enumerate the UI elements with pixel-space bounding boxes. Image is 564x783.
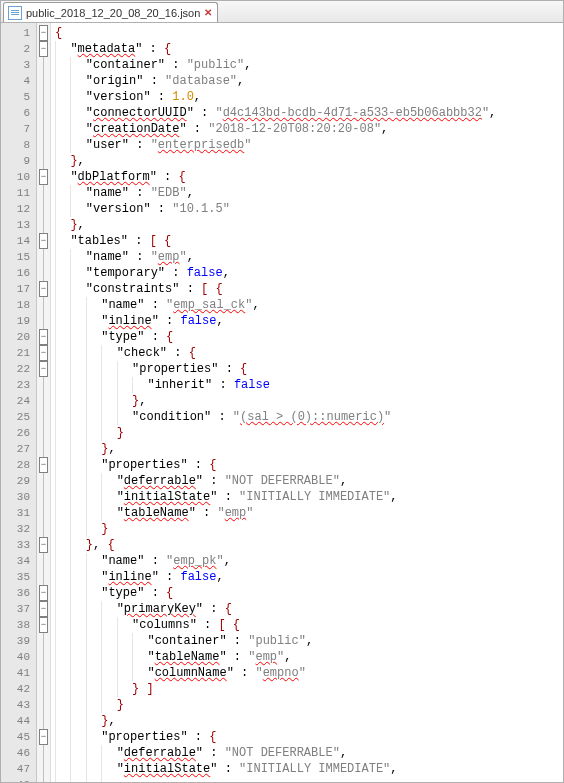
fold-guide	[43, 249, 44, 265]
code-line: "primaryKey" : {	[55, 601, 563, 617]
code-line: "origin" : "database",	[55, 73, 563, 89]
line-number: 25	[1, 409, 30, 425]
code-line: "tables" : [ {	[55, 233, 563, 249]
code-line: "inline" : false,	[55, 569, 563, 585]
fold-guide	[43, 681, 44, 697]
fold-toggle[interactable]: −	[39, 41, 48, 57]
code-line: "condition" : "(sal > (0)::numeric)"	[55, 409, 563, 425]
line-number: 12	[1, 201, 30, 217]
line-number: 35	[1, 569, 30, 585]
line-number: 4	[1, 73, 30, 89]
line-number: 3	[1, 57, 30, 73]
line-number: 43	[1, 697, 30, 713]
code-line: "dbPlatform" : {	[55, 169, 563, 185]
close-icon[interactable]: ✕	[204, 7, 212, 18]
fold-guide	[43, 409, 44, 425]
code-line: },	[55, 441, 563, 457]
code-line: }	[55, 521, 563, 537]
line-number: 40	[1, 649, 30, 665]
fold-guide	[43, 441, 44, 457]
line-number: 17	[1, 281, 30, 297]
line-number: 10	[1, 169, 30, 185]
code-line: "properties" : {	[55, 361, 563, 377]
tab-filename: public_2018_12_20_08_20_16.json	[26, 7, 200, 19]
line-number: 21	[1, 345, 30, 361]
fold-guide	[43, 217, 44, 233]
code-line: "version" : "10.1.5"	[55, 201, 563, 217]
code-line: "version" : 1.0,	[55, 89, 563, 105]
tab-bar: public_2018_12_20_08_20_16.json ✕	[1, 1, 563, 23]
line-number: 38	[1, 617, 30, 633]
fold-toggle[interactable]: −	[39, 537, 48, 553]
code-line: "name" : "emp_pk",	[55, 553, 563, 569]
code-area[interactable]: { "metadata" : { "container" : "public",…	[51, 23, 563, 782]
line-number: 47	[1, 761, 30, 777]
line-number: 16	[1, 265, 30, 281]
code-line: "inherit" : false	[55, 377, 563, 393]
line-number: 5	[1, 89, 30, 105]
code-line	[55, 777, 563, 783]
code-line: {	[55, 25, 563, 41]
fold-toggle[interactable]: −	[39, 729, 48, 745]
file-tab[interactable]: public_2018_12_20_08_20_16.json ✕	[3, 2, 218, 22]
fold-toggle[interactable]: −	[39, 329, 48, 345]
code-line: "metadata" : {	[55, 41, 563, 57]
line-number: 20	[1, 329, 30, 345]
code-line: },	[55, 153, 563, 169]
code-line: "name" : "emp_sal_ck",	[55, 297, 563, 313]
fold-toggle[interactable]: −	[39, 361, 48, 377]
fold-toggle[interactable]: −	[39, 457, 48, 473]
code-line: "tableName" : "emp"	[55, 505, 563, 521]
fold-toggle[interactable]: −	[39, 25, 48, 41]
fold-toggle[interactable]: −	[39, 345, 48, 361]
fold-guide	[43, 153, 44, 169]
line-number: 31	[1, 505, 30, 521]
line-number: 14	[1, 233, 30, 249]
fold-column: −−−−−−−−−−−−−−	[37, 23, 51, 782]
code-line: "properties" : {	[55, 729, 563, 745]
line-number: 15	[1, 249, 30, 265]
code-line: "type" : {	[55, 585, 563, 601]
line-number: 23	[1, 377, 30, 393]
code-line: }, {	[55, 537, 563, 553]
code-line: "name" : "EDB",	[55, 185, 563, 201]
fold-guide	[43, 57, 44, 73]
line-number: 1	[1, 25, 30, 41]
fold-guide	[43, 649, 44, 665]
code-line: "inline" : false,	[55, 313, 563, 329]
fold-guide	[43, 489, 44, 505]
code-line: "deferrable" : "NOT DEFERRABLE",	[55, 473, 563, 489]
fold-toggle[interactable]: −	[39, 169, 48, 185]
line-number: 37	[1, 601, 30, 617]
code-line: "container" : "public",	[55, 633, 563, 649]
line-number: 46	[1, 745, 30, 761]
fold-toggle[interactable]: −	[39, 585, 48, 601]
fold-guide	[43, 377, 44, 393]
fold-toggle[interactable]: −	[39, 601, 48, 617]
code-line: "temporary" : false,	[55, 265, 563, 281]
line-number: 36	[1, 585, 30, 601]
editor: 1234567891011121314151617181920212223242…	[1, 23, 563, 782]
code-line: }	[55, 425, 563, 441]
fold-guide	[43, 137, 44, 153]
line-number: 28	[1, 457, 30, 473]
line-number: 45	[1, 729, 30, 745]
fold-guide	[43, 185, 44, 201]
fold-guide	[43, 121, 44, 137]
fold-guide	[43, 297, 44, 313]
fold-guide	[43, 265, 44, 281]
fold-guide	[43, 105, 44, 121]
line-number: 30	[1, 489, 30, 505]
fold-guide	[43, 201, 44, 217]
line-number: 29	[1, 473, 30, 489]
line-number: 39	[1, 633, 30, 649]
code-line: "check" : {	[55, 345, 563, 361]
line-number: 27	[1, 441, 30, 457]
line-number: 19	[1, 313, 30, 329]
fold-guide	[43, 73, 44, 89]
fold-toggle[interactable]: −	[39, 233, 48, 249]
fold-toggle[interactable]: −	[39, 617, 48, 633]
fold-toggle[interactable]: −	[39, 281, 48, 297]
line-number: 34	[1, 553, 30, 569]
line-number: 22	[1, 361, 30, 377]
